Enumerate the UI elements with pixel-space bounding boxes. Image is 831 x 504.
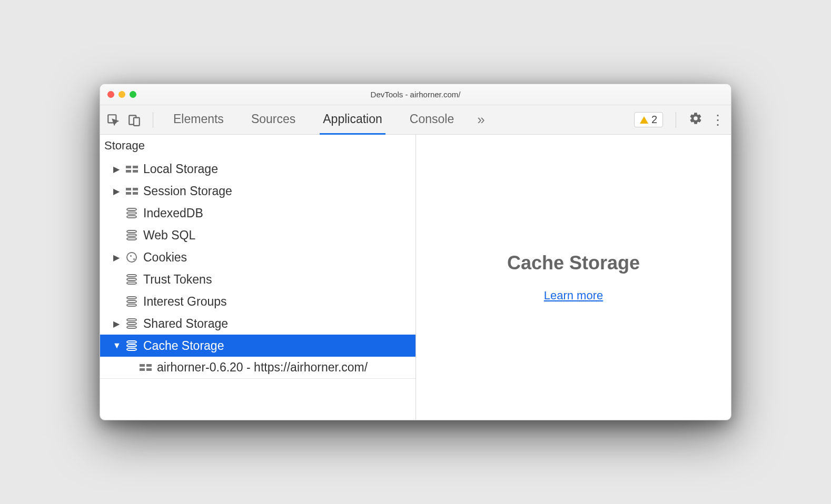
chevron-right-icon: ▶ <box>113 164 120 174</box>
sidebar-item-label: Local Storage <box>143 162 218 176</box>
panel-tabs: Elements Sources Application Console <box>170 105 457 135</box>
sidebar-item-local-storage[interactable]: ▶ Local Storage <box>100 158 416 180</box>
tab-application[interactable]: Application <box>320 105 385 135</box>
svg-rect-2 <box>134 117 140 125</box>
chevron-right-icon: ▶ <box>113 186 120 196</box>
sidebar-item-label: Cache Storage <box>143 339 224 353</box>
chevron-down-icon: ▼ <box>113 341 120 350</box>
application-sidebar: Storage ▶ Local Storage ▶ Session Storag… <box>100 135 416 420</box>
tab-sources[interactable]: Sources <box>248 105 299 135</box>
sidebar-item-label: Web SQL <box>143 228 195 243</box>
toolbar-right: 2 ⋮ <box>634 112 725 128</box>
devtools-toolbar: Elements Sources Application Console » 2… <box>100 105 731 135</box>
sidebar-item-cache-storage[interactable]: ▼ Cache Storage <box>100 335 416 357</box>
sidebar-item-label: IndexedDB <box>143 206 203 220</box>
tab-elements[interactable]: Elements <box>170 105 227 135</box>
inspect-element-icon[interactable] <box>106 113 120 127</box>
database-icon <box>124 208 139 218</box>
fullscreen-window-button[interactable] <box>130 91 136 98</box>
window-titlebar: DevTools - airhorner.com/ <box>100 84 731 105</box>
more-tabs-icon[interactable]: » <box>477 112 484 128</box>
database-icon <box>124 318 139 329</box>
content-area: Storage ▶ Local Storage ▶ Session Storag… <box>100 135 731 420</box>
cookie-icon <box>124 252 139 263</box>
database-icon <box>124 340 139 351</box>
sidebar-item-shared-storage[interactable]: ▶ Shared Storage <box>100 313 416 335</box>
sidebar-item-label: airhorner-0.6.20 - https://airhorner.com… <box>157 360 368 375</box>
warnings-badge[interactable]: 2 <box>634 112 663 127</box>
database-icon <box>124 296 139 307</box>
toolbar-divider <box>153 112 153 128</box>
panel-heading: Cache Storage <box>507 252 640 274</box>
sidebar-item-label: Session Storage <box>143 184 232 198</box>
window-title: DevTools - airhorner.com/ <box>100 90 731 99</box>
sidebar-section-header: Storage <box>100 135 416 158</box>
devtools-window: DevTools - airhorner.com/ Elements Sourc… <box>100 84 731 420</box>
table-icon <box>124 166 139 173</box>
sidebar-item-label: Cookies <box>143 250 187 265</box>
database-icon <box>124 230 139 240</box>
storage-tree: ▶ Local Storage ▶ Session Storage ▶ <box>100 158 416 379</box>
warning-count: 2 <box>651 114 657 126</box>
toolbar-left <box>106 112 157 128</box>
sidebar-item-label: Shared Storage <box>143 317 228 331</box>
learn-more-link[interactable]: Learn more <box>544 289 604 303</box>
warning-icon <box>640 116 648 124</box>
tab-console[interactable]: Console <box>407 105 457 135</box>
chevron-right-icon: ▶ <box>113 319 120 329</box>
table-icon <box>124 188 139 195</box>
minimize-window-button[interactable] <box>118 91 125 98</box>
main-panel: Cache Storage Learn more <box>416 135 731 420</box>
sidebar-item-trust-tokens[interactable]: ▶ Trust Tokens <box>100 268 416 290</box>
device-toolbar-icon[interactable] <box>127 113 141 127</box>
toolbar-divider <box>676 112 676 128</box>
sidebar-item-label: Interest Groups <box>143 295 227 309</box>
settings-icon[interactable] <box>689 112 703 128</box>
close-window-button[interactable] <box>107 91 114 98</box>
traffic-lights <box>107 91 136 98</box>
sidebar-item-indexeddb[interactable]: ▶ IndexedDB <box>100 202 416 224</box>
sidebar-item-session-storage[interactable]: ▶ Session Storage <box>100 180 416 202</box>
chevron-right-icon: ▶ <box>113 253 120 263</box>
sidebar-item-label: Trust Tokens <box>143 273 212 287</box>
sidebar-item-interest-groups[interactable]: ▶ Interest Groups <box>100 290 416 313</box>
sidebar-item-cookies[interactable]: ▶ Cookies <box>100 246 416 268</box>
sidebar-item-cache-entry[interactable]: airhorner-0.6.20 - https://airhorner.com… <box>100 357 416 379</box>
sidebar-item-websql[interactable]: ▶ Web SQL <box>100 224 416 246</box>
database-icon <box>124 274 139 285</box>
table-icon <box>138 364 153 371</box>
